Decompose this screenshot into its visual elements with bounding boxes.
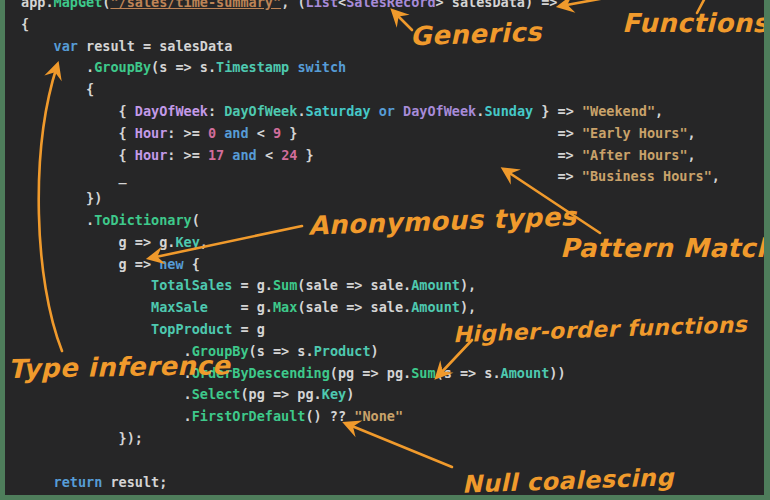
generics-label: Generics: [410, 17, 543, 52]
type-inference-label: Type inference: [8, 350, 231, 384]
frame-bottom-border: [0, 495, 770, 500]
frame-left-border: [0, 0, 5, 500]
functions-arrow: [561, 0, 616, 6]
null-coalescing-arrow: [347, 424, 452, 467]
frame-right-border: [764, 0, 770, 500]
anonymous-types-arrow: [151, 226, 302, 258]
type-inference-arrow: [39, 66, 62, 351]
pattern-matching-label: Pattern Matching: [560, 233, 770, 263]
functions-label: Functions: [622, 8, 769, 38]
code-editor-screenshot: app.MapGet("/sales/time-summary", (List<…: [0, 0, 770, 500]
